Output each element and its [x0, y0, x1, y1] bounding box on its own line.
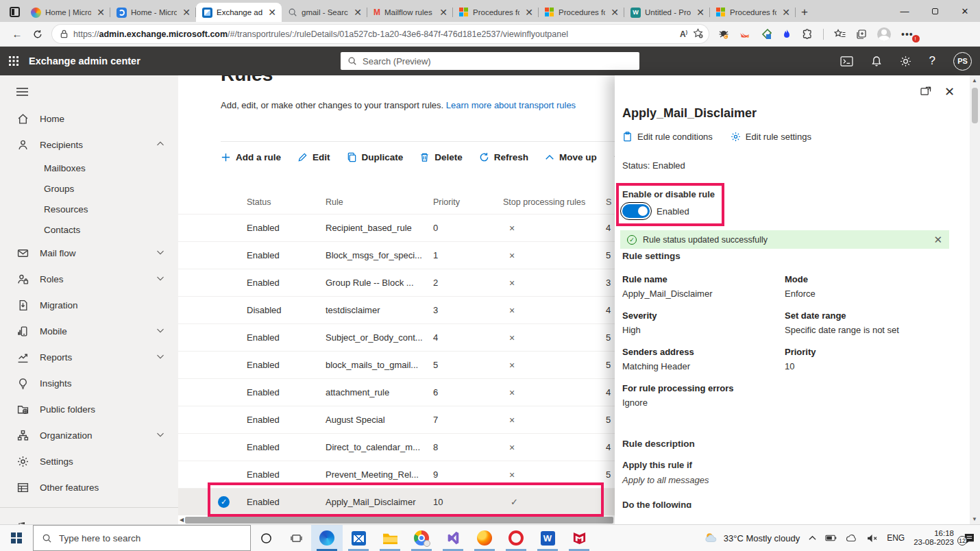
- column-header[interactable]: Rule: [326, 197, 343, 207]
- scroll-down-icon[interactable]: ▼: [972, 516, 977, 522]
- sidebar-item-settings[interactable]: Settings: [0, 448, 178, 474]
- browser-tab-active[interactable]: Exchange adm✕: [196, 3, 282, 22]
- tab-close-icon[interactable]: ✕: [95, 8, 106, 17]
- help-icon[interactable]: ?: [929, 54, 935, 68]
- taskbar-app-edge[interactable]: [311, 525, 343, 551]
- language-indicator[interactable]: ENG: [887, 533, 905, 543]
- sidebar-item-organization[interactable]: Organization: [0, 422, 178, 448]
- column-header[interactable]: Priority: [433, 197, 460, 207]
- sidebar-item-migration[interactable]: Migration: [0, 292, 178, 318]
- app-launcher-icon[interactable]: [8, 56, 19, 66]
- edit-rule-settings-button[interactable]: Edit rule settings: [731, 132, 811, 142]
- browser-tab[interactable]: WUntitled - Pro✕: [624, 3, 710, 22]
- sidebar-item-roles[interactable]: Roles: [0, 266, 178, 292]
- taskbar-app-visual-studio[interactable]: [437, 525, 469, 551]
- extensions-puzzle-icon[interactable]: [802, 29, 813, 40]
- sidebar-item-public-folders[interactable]: Public folders: [0, 396, 178, 422]
- move-up-button[interactable]: Move up: [545, 152, 597, 162]
- onedrive-cloud-icon[interactable]: [846, 534, 858, 542]
- tab-close-icon[interactable]: ✕: [438, 8, 449, 17]
- taskbar-app-opera[interactable]: [500, 525, 532, 551]
- taskbar-app-mail[interactable]: [343, 525, 374, 551]
- bug-extension-icon[interactable]: C: [718, 29, 729, 40]
- column-header[interactable]: Status: [247, 197, 271, 207]
- colorpicker-extension-icon[interactable]: [761, 29, 772, 40]
- taskbar-search-input[interactable]: Type here to search: [33, 525, 251, 551]
- open-in-new-window-icon[interactable]: [920, 86, 931, 96]
- tab-close-icon[interactable]: ✕: [352, 8, 363, 17]
- vertical-scrollbar[interactable]: ▲ ▼: [970, 75, 980, 524]
- sidebar-subitem-resources[interactable]: Resources: [0, 199, 178, 219]
- settings-gear-icon[interactable]: [900, 56, 911, 67]
- taskbar-app-firefox[interactable]: [469, 525, 500, 551]
- scroll-left-icon[interactable]: ◀: [180, 517, 184, 523]
- tab-close-icon[interactable]: ✕: [695, 8, 706, 17]
- tab-close-icon[interactable]: ✕: [181, 8, 192, 17]
- window-close-button[interactable]: ✕: [950, 0, 980, 22]
- browser-tab[interactable]: Procedures fo✕: [539, 3, 624, 22]
- clock[interactable]: 16:18 23-08-2023: [914, 529, 954, 547]
- read-aloud-icon[interactable]: A): [680, 29, 687, 39]
- sidebar-item-mobile[interactable]: Mobile: [0, 318, 178, 344]
- sidebar-subitem-contacts[interactable]: Contacts: [0, 219, 178, 240]
- weather-widget[interactable]: 33°C Mostly cloudy: [704, 532, 800, 544]
- window-minimize-button[interactable]: —: [890, 0, 920, 22]
- cortana-icon[interactable]: [251, 525, 281, 551]
- eac-search-input[interactable]: Search (Preview): [341, 52, 639, 70]
- battery-icon[interactable]: [825, 535, 837, 541]
- new-tab-button[interactable]: +: [796, 5, 815, 22]
- collections-icon[interactable]: [856, 29, 867, 40]
- task-view-icon[interactable]: [281, 525, 311, 551]
- sidebar-item-reports[interactable]: Reports: [0, 344, 178, 370]
- sidebar-item-insights[interactable]: Insights: [0, 370, 178, 396]
- row-selected-check-icon[interactable]: ✓: [218, 496, 230, 508]
- tab-close-icon[interactable]: ✕: [524, 8, 535, 17]
- powershell-icon[interactable]: [840, 56, 853, 66]
- taskbar-app-word[interactable]: W: [532, 525, 563, 551]
- column-header[interactable]: S: [606, 197, 611, 207]
- sidebar-item-home[interactable]: Home: [0, 106, 178, 132]
- account-avatar[interactable]: PS: [953, 52, 972, 71]
- sidebar-item-mail-flow[interactable]: Mail flow: [0, 240, 178, 266]
- window-restore-button[interactable]: [920, 0, 950, 22]
- column-header[interactable]: Stop processing rules: [503, 197, 585, 207]
- browser-profile-icon[interactable]: [877, 27, 891, 41]
- more-menu-icon[interactable]: •••!: [901, 29, 914, 40]
- browser-tab[interactable]: Procedures fo✕: [453, 3, 539, 22]
- refresh-button[interactable]: Refresh: [479, 152, 528, 162]
- edit-rule-conditions-button[interactable]: Edit rule conditions: [622, 132, 713, 142]
- flame-extension-icon[interactable]: [782, 29, 792, 40]
- browser-workspace-icon[interactable]: [5, 3, 23, 20]
- favorites-bar-icon[interactable]: [834, 29, 846, 40]
- browser-tab[interactable]: Procedures fo✕: [710, 3, 796, 22]
- url-input[interactable]: https://admin.exchange.microsoft.com/#/t…: [52, 25, 709, 43]
- sidebar-item-recipients[interactable]: Recipients: [0, 132, 178, 158]
- nav-collapse-button[interactable]: [0, 82, 178, 101]
- notification-center-icon[interactable]: 12: [963, 533, 975, 543]
- flyout-close-icon[interactable]: ✕: [944, 84, 955, 99]
- scrollbar-thumb[interactable]: [972, 88, 978, 123]
- back-icon[interactable]: ←: [7, 28, 27, 40]
- browser-tab[interactable]: gmail - Search✕: [282, 3, 367, 22]
- browser-tab[interactable]: Home | Micros✕: [25, 3, 110, 22]
- sidebar-item-other-features[interactable]: Other features: [0, 474, 178, 500]
- taskbar-app-file-explorer[interactable]: [374, 525, 406, 551]
- notifications-bell-icon[interactable]: [871, 56, 882, 67]
- delete-button[interactable]: Delete: [419, 152, 463, 162]
- swift-extension-icon[interactable]: [739, 29, 750, 40]
- scrollbar-thumb[interactable]: [185, 517, 613, 524]
- browser-tab[interactable]: Home - Micro✕: [110, 3, 196, 22]
- sidebar-item-m365-admin-center[interactable]: Microsoft 365 admin center: [0, 514, 178, 524]
- banner-close-icon[interactable]: ✕: [933, 234, 942, 246]
- hidden-icons-chevron-icon[interactable]: [809, 535, 816, 541]
- sidebar-subitem-mailboxes[interactable]: Mailboxes: [0, 158, 178, 178]
- volume-muted-icon[interactable]: [867, 534, 878, 543]
- refresh-page-icon[interactable]: [27, 29, 48, 39]
- enable-rule-toggle[interactable]: [622, 204, 650, 218]
- add-a-rule-button[interactable]: Add a rule: [221, 152, 281, 162]
- sidebar-subitem-groups[interactable]: Groups: [0, 178, 178, 199]
- edit-button[interactable]: Edit: [297, 152, 330, 162]
- add-favorite-icon[interactable]: [693, 28, 703, 40]
- duplicate-button[interactable]: Duplicate: [347, 152, 404, 162]
- learn-more-link[interactable]: Learn more about transport rules: [446, 100, 576, 110]
